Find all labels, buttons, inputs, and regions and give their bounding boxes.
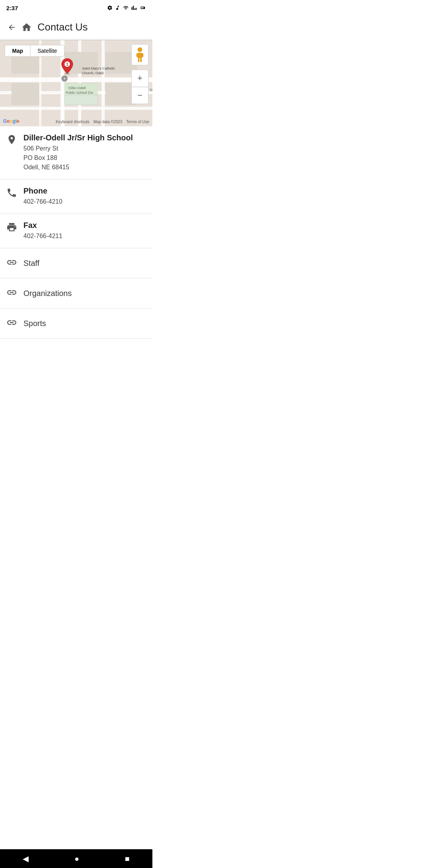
map-bottom-links: Keyboard shortcuts Map data ©2023 Terms … bbox=[56, 120, 149, 124]
status-icons bbox=[107, 5, 146, 11]
staff-link-icon-container bbox=[6, 257, 23, 269]
organizations-link-icon-container bbox=[6, 287, 23, 299]
address-row: Diller-Odell Jr/Sr High School 506 Perry… bbox=[0, 126, 152, 179]
status-time: 2:37 bbox=[6, 5, 18, 11]
page-title: Contact Us bbox=[38, 21, 88, 33]
zoom-in-button[interactable]: + bbox=[131, 70, 148, 87]
svg-rect-2 bbox=[141, 7, 144, 8]
svg-rect-29 bbox=[138, 58, 139, 62]
phone-number[interactable]: 402-766-4210 bbox=[23, 197, 146, 206]
map-container[interactable]: Diller-Odell Public School Dis Garfield … bbox=[0, 40, 152, 126]
svg-rect-27 bbox=[136, 53, 138, 57]
svg-rect-9 bbox=[102, 40, 105, 126]
signal-icon bbox=[131, 5, 137, 11]
address-city: Odell, NE 68415 bbox=[23, 163, 146, 172]
streetview-button[interactable] bbox=[131, 44, 148, 65]
map-data-label: Map data ©2023 bbox=[93, 120, 122, 124]
svg-rect-12 bbox=[12, 83, 39, 105]
streetview-person-icon bbox=[134, 47, 146, 63]
sports-link-icon bbox=[6, 317, 17, 328]
staff-label: Staff bbox=[23, 259, 39, 268]
svg-text:Saint Mary's Catholic: Saint Mary's Catholic bbox=[82, 66, 115, 70]
terms-link[interactable]: Terms of Use bbox=[126, 120, 149, 124]
fax-number: 402-766-4211 bbox=[23, 231, 146, 241]
zoom-out-button[interactable]: − bbox=[131, 87, 148, 104]
fax-info: Fax 402-766-4211 bbox=[23, 221, 146, 241]
staff-link-icon bbox=[6, 257, 17, 268]
address-info: Diller-Odell Jr/Sr High School 506 Perry… bbox=[23, 133, 146, 172]
svg-rect-28 bbox=[141, 53, 143, 57]
school-name: Diller-Odell Jr/Sr High School bbox=[23, 133, 146, 142]
address-icon-container bbox=[6, 133, 23, 145]
map-footer: Google bbox=[3, 118, 19, 124]
svg-rect-30 bbox=[140, 58, 142, 62]
back-icon bbox=[7, 23, 16, 32]
settings-icon bbox=[107, 5, 113, 11]
map-toggle-group: Map Satellite bbox=[5, 45, 64, 57]
fax-row: Fax 402-766-4211 bbox=[0, 214, 152, 248]
svg-rect-15 bbox=[64, 95, 98, 105]
address-street: 506 Perry St bbox=[23, 144, 146, 153]
nav-spacer bbox=[0, 339, 152, 365]
status-bar: 2:37 bbox=[0, 0, 152, 15]
sports-link-icon-container bbox=[6, 317, 23, 330]
organizations-label: Organizations bbox=[23, 289, 72, 298]
address-po: PO Box 188 bbox=[23, 153, 146, 163]
map-toggle-satellite[interactable]: Satellite bbox=[30, 45, 64, 57]
fax-icon-container bbox=[6, 221, 23, 233]
staff-link-row[interactable]: Staff bbox=[0, 248, 152, 278]
music-icon bbox=[115, 5, 120, 11]
map-marker: 1 bbox=[60, 57, 74, 76]
fax-label: Fax bbox=[23, 221, 146, 230]
home-button[interactable] bbox=[19, 20, 34, 35]
map-toggle-map[interactable]: Map bbox=[5, 45, 30, 57]
svg-text:Diller-Odell: Diller-Odell bbox=[68, 86, 86, 90]
phone-row: Phone 402-766-4210 bbox=[0, 179, 152, 214]
phone-label: Phone bbox=[23, 187, 146, 195]
map-zoom-controls: + − bbox=[131, 70, 148, 104]
wifi-icon bbox=[123, 5, 129, 11]
svg-text:Public School Dis: Public School Dis bbox=[66, 91, 93, 95]
phone-info: Phone 402-766-4210 bbox=[23, 187, 146, 206]
svg-rect-6 bbox=[0, 107, 152, 110]
organizations-link-icon bbox=[6, 287, 17, 298]
location-icon bbox=[6, 134, 17, 145]
svg-text:1: 1 bbox=[66, 62, 68, 66]
keyboard-shortcuts-link[interactable]: Keyboard shortcuts bbox=[56, 120, 89, 124]
contact-content: Diller-Odell Jr/Sr High School 506 Perry… bbox=[0, 126, 152, 339]
home-icon bbox=[21, 22, 32, 33]
nav-bar: Contact Us bbox=[0, 15, 152, 40]
fax-icon bbox=[6, 222, 17, 233]
svg-point-25 bbox=[138, 47, 142, 52]
back-button[interactable] bbox=[5, 20, 19, 34]
svg-text:✝: ✝ bbox=[63, 77, 66, 81]
sports-link-row[interactable]: Sports bbox=[0, 308, 152, 339]
organizations-link-row[interactable]: Organizations bbox=[0, 278, 152, 308]
phone-icon bbox=[6, 187, 17, 198]
svg-rect-4 bbox=[0, 77, 152, 82]
battery-icon bbox=[139, 5, 146, 11]
sports-label: Sports bbox=[23, 319, 46, 328]
google-logo: Google bbox=[3, 118, 19, 124]
map-pin-icon: 1 bbox=[60, 57, 74, 75]
svg-text:Church, Odell: Church, Odell bbox=[82, 71, 104, 75]
phone-icon-container bbox=[6, 187, 23, 198]
svg-rect-1 bbox=[145, 7, 145, 8]
